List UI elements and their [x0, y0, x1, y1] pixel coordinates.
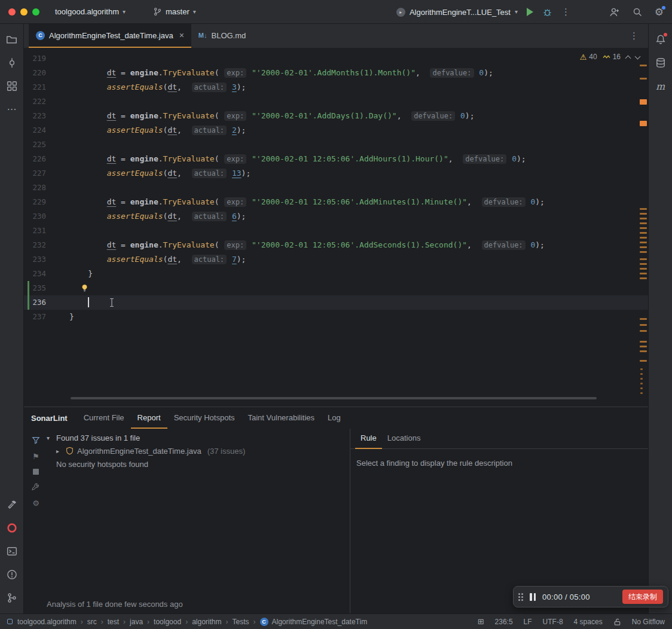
tree-summary-row[interactable]: ▾ Found 37 issues in 1 file [47, 431, 346, 444]
code-line[interactable]: 222 [24, 94, 648, 109]
breadcrumb-item[interactable]: algorithm [192, 618, 221, 626]
breadcrumb-item[interactable]: test [108, 618, 119, 626]
stripe-mark[interactable] [640, 360, 647, 362]
breadcrumb-item[interactable]: Tests [233, 618, 249, 626]
stripe-mark[interactable] [640, 324, 647, 326]
more-actions-button[interactable]: ⋮ [561, 7, 570, 17]
stripe-mark[interactable] [640, 273, 647, 274]
run-button[interactable] [527, 8, 533, 16]
panel-tab-taint-vulnerabilities[interactable]: Taint Vulnerabilities [242, 407, 322, 429]
panel-tab-security-hotspots[interactable]: Security Hotspots [167, 407, 242, 429]
code-editor[interactable]: 219220 dt = engine.TryEvaluate( exp: "'2… [24, 48, 648, 407]
inspections-widget[interactable]: ⚠ 40 16 [580, 53, 640, 61]
close-window-button[interactable] [8, 8, 16, 16]
breadcrumb-item[interactable]: src [87, 618, 97, 626]
code-line[interactable]: 221 assertEquals(dt, actual: 3); [24, 80, 648, 94]
rule-tab-rule[interactable]: Rule [355, 429, 382, 449]
breadcrumb-item[interactable]: AlgorithmEngineTest_dateTim [272, 618, 368, 626]
stripe-mark[interactable] [640, 227, 647, 229]
stripe-mark[interactable] [640, 318, 647, 320]
code-line[interactable]: 233 assertEquals(dt, actual: 7); [24, 252, 648, 267]
tab-options-button[interactable]: ⋮ [630, 24, 639, 48]
gear-icon[interactable]: ⚙ [32, 499, 39, 508]
indent-setting[interactable]: 4 spaces [574, 618, 603, 626]
stripe-mark[interactable] [640, 392, 643, 394]
file-encoding[interactable]: UTF-8 [543, 618, 563, 626]
code-line[interactable]: 226 dt = engine.TryEvaluate( exp: "'2000… [24, 152, 648, 166]
add-user-icon[interactable] [609, 7, 620, 18]
stripe-mark[interactable] [640, 232, 647, 234]
chevron-expanded-icon[interactable]: ▾ [47, 435, 53, 441]
flag-icon[interactable]: ⚑ [32, 452, 39, 461]
window-grid-icon[interactable]: ⊞ [478, 617, 484, 626]
stripe-mark[interactable] [640, 346, 647, 347]
notifications-tool-button[interactable] [652, 31, 669, 48]
code-line[interactable]: 235 [24, 281, 648, 295]
code-line[interactable]: 224 assertEquals(dt, actual: 2); [24, 123, 648, 138]
stripe-mark[interactable] [640, 237, 647, 239]
gitflow-widget[interactable]: No Gitflow [632, 618, 665, 626]
wrench-icon[interactable] [32, 483, 40, 491]
stripe-mark[interactable] [640, 242, 647, 243]
stripe-mark[interactable] [640, 378, 643, 380]
stripe-mark[interactable] [640, 373, 643, 375]
terminal-tool-button[interactable] [4, 543, 20, 560]
code-line[interactable]: 229 dt = engine.TryEvaluate( exp: "'2000… [24, 195, 648, 209]
code-line[interactable]: 236 [24, 295, 648, 310]
maven-tool-button[interactable]: m [652, 78, 669, 94]
code-line[interactable]: 234 } [24, 267, 648, 281]
project-selector[interactable]: toolgood.algorithm ▾ [55, 7, 126, 16]
panel-tab-log[interactable]: Log [321, 407, 347, 429]
code-line[interactable]: 237} [24, 310, 648, 324]
git-tool-button[interactable] [4, 590, 20, 606]
stripe-mark[interactable] [640, 383, 643, 384]
intention-bulb-icon[interactable] [81, 284, 88, 292]
stripe-mark[interactable] [640, 341, 647, 343]
lock-icon[interactable] [613, 618, 621, 626]
build-tool-button[interactable] [4, 496, 20, 513]
panel-tab-report[interactable]: Report [131, 407, 167, 429]
stripe-mark[interactable] [640, 387, 643, 389]
code-line[interactable]: 232 dt = engine.TryEvaluate( exp: "'2000… [24, 238, 648, 252]
commit-tool-button[interactable] [4, 54, 20, 71]
stripe-mark[interactable] [640, 121, 647, 126]
stripe-mark[interactable] [640, 263, 647, 265]
stripe-mark[interactable] [640, 330, 647, 332]
code-line[interactable]: 231 [24, 224, 648, 238]
horizontal-scrollbar[interactable] [71, 397, 597, 399]
editor-tab[interactable]: CAlgorithmEngineTest_dateTime.java× [29, 24, 191, 48]
stripe-mark[interactable] [640, 78, 647, 80]
previous-issue-button[interactable] [625, 55, 631, 61]
stripe-mark[interactable] [640, 368, 643, 370]
stop-icon[interactable] [33, 469, 39, 475]
settings-button[interactable]: ⚙ [655, 7, 664, 17]
editor-tab[interactable]: M↓BLOG.md [191, 24, 253, 48]
line-separator[interactable]: LF [524, 618, 532, 626]
database-tool-button[interactable] [652, 54, 669, 71]
stripe-mark[interactable] [640, 277, 647, 279]
chevron-collapsed-icon[interactable]: ▸ [56, 448, 62, 454]
stripe-mark[interactable] [640, 65, 647, 66]
record-tool-button[interactable] [4, 520, 20, 536]
drag-handle-icon[interactable] [518, 593, 523, 601]
debug-button[interactable] [542, 7, 552, 17]
stripe-mark[interactable] [640, 251, 647, 253]
panel-tab-current-file[interactable]: Current File [77, 407, 131, 429]
stripe-mark[interactable] [640, 99, 647, 105]
branch-selector[interactable]: master ▾ [153, 7, 196, 16]
tree-file-row[interactable]: ▸ AlgorithmEngineTest_dateTime.java (37 … [56, 444, 346, 457]
stripe-mark[interactable] [640, 208, 647, 210]
analysis-stripe[interactable] [639, 48, 648, 407]
caret-position[interactable]: 236:5 [495, 618, 513, 626]
project-tool-button[interactable] [4, 31, 20, 48]
problems-tool-button[interactable] [4, 566, 20, 583]
breadcrumb-item[interactable]: java [130, 618, 143, 626]
breadcrumb-item[interactable]: toolgood.algorithm [17, 618, 77, 626]
filter-icon[interactable] [32, 436, 40, 444]
structure-tool-button[interactable] [4, 78, 20, 94]
stop-recording-button[interactable]: 结束录制 [622, 590, 663, 604]
stripe-mark[interactable] [640, 258, 647, 260]
code-line[interactable]: 220 dt = engine.TryEvaluate( exp: "'2000… [24, 66, 648, 80]
stripe-mark[interactable] [640, 222, 647, 224]
run-configuration-selector[interactable]: ▸ AlgorithmEngineT...LUE_Test ▾ [396, 8, 518, 17]
